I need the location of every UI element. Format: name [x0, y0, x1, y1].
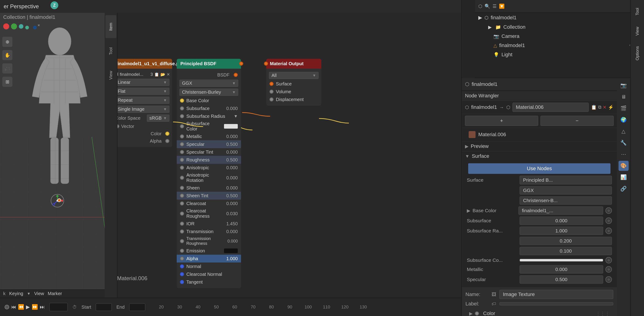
- distribution-value-box[interactable]: GGX: [520, 186, 612, 194]
- props-constraints-icon[interactable]: 🔗: [618, 184, 628, 194]
- specular-prop-value[interactable]: 0.500: [520, 275, 603, 284]
- name-label-txt: Name:: [466, 291, 488, 297]
- add-material-btn[interactable]: +: [465, 116, 538, 126]
- outliner-item-collection: ▶ 📁 Collection 👁: [475, 23, 644, 32]
- use-nodes-button[interactable]: Use Nodes: [468, 163, 610, 174]
- record-btn[interactable]: [4, 305, 9, 309]
- subsurface-co-value[interactable]: [520, 259, 603, 261]
- label-row: Label: 🏷: [466, 301, 613, 307]
- camera-tool[interactable]: 🎥: [2, 63, 12, 74]
- properties-topbar: ⬡ finalmodel1: [462, 78, 617, 91]
- props-world-icon[interactable]: 🌍: [618, 115, 628, 125]
- props-modifier-icon[interactable]: 🔧: [618, 138, 628, 148]
- cursor-tool[interactable]: ⊕: [2, 37, 12, 47]
- delete-material-icon[interactable]: ✕: [603, 105, 606, 110]
- bsdf-anisotropic-row: Anisotropic 0.000: [177, 164, 241, 172]
- subsurface-value[interactable]: 0.000: [520, 217, 603, 225]
- vtab-view[interactable]: View: [632, 22, 642, 41]
- material-selector-row: ⬡ finalmodel1 → ⬡ Material.006 📋 ⧉ ✕ ⚡: [462, 101, 617, 114]
- emission-swatch[interactable]: [224, 248, 238, 253]
- subsurface-ra-1-value[interactable]: 1.000: [520, 227, 603, 235]
- base-color-value-box[interactable]: finalmodel1_...: [518, 206, 603, 215]
- subsurface-method-value-box[interactable]: Christensen-B...: [520, 196, 612, 205]
- interpolation-row: Linear ▼: [112, 78, 172, 87]
- side-tab-item[interactable]: Item: [105, 15, 116, 38]
- subsurface-method-row: Christensen-B...: [465, 196, 614, 205]
- label-value-input[interactable]: [500, 302, 613, 305]
- surface-section: ▼ Surface Use Nodes Surface Principled B…: [462, 151, 617, 287]
- projection-row: Flat ▼: [112, 87, 172, 96]
- subsurface-color-swatch[interactable]: [224, 124, 238, 129]
- start-frame-input[interactable]: 1: [96, 303, 112, 311]
- surface-value-row: Surface Principled B...: [465, 176, 614, 184]
- volume-socket: [270, 90, 274, 94]
- subsurface-ra-2-value[interactable]: 0.200: [520, 237, 612, 245]
- anisotropic-rot-socket: [180, 176, 184, 180]
- specular-circle[interactable]: ○: [606, 276, 612, 283]
- sheen-socket: [180, 186, 184, 190]
- props-object-icon[interactable]: △: [618, 126, 628, 136]
- skip-end-btn[interactable]: ⏭: [40, 304, 45, 310]
- surface-value-box[interactable]: Principled B...: [520, 176, 612, 184]
- move-tool[interactable]: ✋: [2, 50, 12, 60]
- metallic-circle[interactable]: ○: [606, 266, 612, 273]
- play-btn[interactable]: ▶: [26, 304, 30, 310]
- props-material-icon[interactable]: 🎨: [618, 161, 628, 171]
- image-texture-body: 🖼 finalmodel... 3 📋 📂 ✕ Linear ▼ Flat: [112, 69, 172, 147]
- use-nodes-container: Use Nodes: [465, 161, 614, 176]
- props-particles-icon[interactable]: ⋯: [618, 149, 628, 159]
- next-frame-btn[interactable]: ⏩: [32, 304, 38, 310]
- grid-tool[interactable]: ⊞: [2, 77, 12, 87]
- subsurface-ra-circle[interactable]: ○: [606, 228, 612, 234]
- props-scene-icon[interactable]: 🎬: [618, 103, 628, 113]
- vtab-options[interactable]: Options: [632, 42, 642, 65]
- remove-material-btn[interactable]: −: [540, 116, 614, 126]
- current-frame-input[interactable]: 0: [49, 303, 68, 311]
- preview-section: ▶ Preview: [462, 141, 617, 151]
- material-settings-icon[interactable]: ⚡: [608, 105, 614, 110]
- label-label-txt: Label:: [466, 301, 488, 307]
- image-texture-header: finalmodel1_u1_v1_diffuse.png: [112, 59, 172, 69]
- props-output-icon[interactable]: 🖥: [618, 92, 628, 102]
- anisotropic-socket: [180, 166, 184, 170]
- keying-bar: k Keying ▼ View Marker: [0, 289, 106, 298]
- bsdf-output-row: BSDF: [177, 71, 241, 79]
- node-wires-svg: [106, 13, 461, 304]
- base-color-circle-btn[interactable]: ○: [606, 207, 612, 214]
- subsurface-circle-btn[interactable]: ○: [606, 217, 612, 224]
- subsurface-co-circle[interactable]: ○: [606, 257, 612, 263]
- metallic-value[interactable]: 0.000: [520, 265, 603, 273]
- material-output-node: Material Output All ▼ Surface Volume: [266, 59, 321, 106]
- material-id-box[interactable]: Material.006: [512, 103, 589, 112]
- copy-material-icon[interactable]: 📋: [591, 105, 597, 110]
- transmission-rough-socket: [180, 239, 184, 243]
- duplicate-material-icon[interactable]: ⧉: [598, 105, 601, 110]
- side-tab-view[interactable]: View: [105, 64, 116, 87]
- vector-row: Vector: [112, 123, 172, 130]
- bsdf-tangent-row: Tangent: [177, 278, 241, 286]
- props-data-icon[interactable]: 📊: [618, 172, 628, 182]
- bsdf-base-color-row: Base Color: [177, 97, 241, 105]
- vtab-tool[interactable]: Tool: [632, 2, 642, 21]
- specular-socket: [180, 142, 184, 146]
- alpha-output-row: Alpha: [112, 137, 172, 145]
- distribution-row: GGX ▼: [177, 79, 241, 88]
- right-vtabs: Tool View Options: [630, 0, 644, 316]
- viewport-topbar: er Perspective Z: [0, 0, 461, 13]
- skip-start-btn[interactable]: ⏮: [11, 304, 16, 310]
- side-tab: Item Tool View: [105, 13, 118, 304]
- props-render-icon[interactable]: 📷: [618, 80, 628, 91]
- name-value-input[interactable]: Image Texture: [500, 290, 613, 299]
- base-color-row: ▶ Base Color finalmodel1_... ○: [465, 206, 614, 215]
- extension-row: Repeat ▼: [112, 96, 172, 105]
- name-label-section: Name: 🖼 Image Texture Label: 🏷 ▶ Color ⋮…: [462, 287, 617, 316]
- ior-socket: [180, 222, 184, 226]
- subsurface-ra-3-value[interactable]: 0.100: [520, 247, 612, 255]
- bsdf-emission-row: Emission: [177, 247, 241, 255]
- subsurface-method-row: Christensen-Burley ▼: [177, 88, 241, 97]
- material-action-icons: 📋 ⧉ ✕ ⚡: [591, 105, 614, 110]
- side-tab-tool[interactable]: Tool: [105, 40, 116, 63]
- prev-frame-btn[interactable]: ⏪: [18, 304, 24, 310]
- end-frame-input[interactable]: 250: [129, 303, 145, 311]
- color-label: Color: [483, 310, 594, 316]
